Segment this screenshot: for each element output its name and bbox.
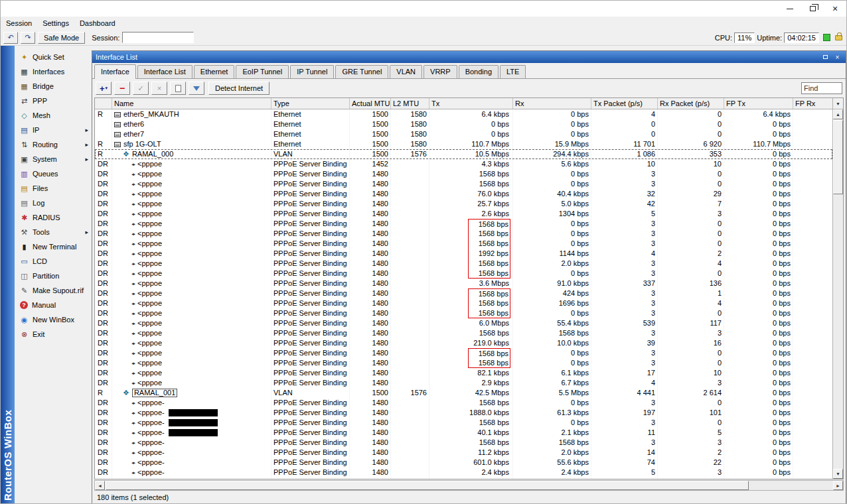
table-row[interactable]: DR◂▸<pppoe-PPPoE Server Binding14801568 … (95, 398, 832, 408)
menu-session[interactable]: Session (6, 19, 32, 27)
sidebar-item-queues[interactable]: ▥Queues (15, 166, 92, 181)
sidebar-item-new-winbox[interactable]: ◉New WinBox (15, 312, 92, 327)
table-row[interactable]: DR◂▸<pppoe-PPPoE Server Binding14801568 … (95, 418, 832, 428)
horizontal-scroll-thumb[interactable] (106, 481, 749, 490)
table-row[interactable]: DR◂▸<pppoePPPoE Server Binding14801568 b… (95, 308, 832, 318)
table-row[interactable]: Rether5_MKAUTHEthernet150015806.4 kbps0 … (95, 109, 832, 119)
tab-ip-tunnel[interactable]: IP Tunnel (290, 65, 334, 78)
table-row[interactable]: Rsfp 1G-OLTEthernet15001580110.7 Mbps15.… (95, 139, 832, 149)
column-header-fp-tx[interactable]: FP Tx (724, 98, 793, 109)
horizontal-scrollbar[interactable]: ◄ ► (94, 480, 844, 491)
sidebar-item-bridge[interactable]: ▦Bridge (15, 79, 92, 94)
tab-interface[interactable]: Interface (94, 64, 136, 79)
table-row[interactable]: DR◂▸<pppoePPPoE Server Binding14801568 b… (95, 229, 832, 239)
tab-vrrp[interactable]: VRRP (424, 65, 457, 78)
tab-ethernet[interactable]: Ethernet (194, 65, 235, 78)
scroll-right-button[interactable]: ► (833, 481, 843, 490)
column-header-tx[interactable]: Tx (429, 98, 513, 109)
table-row[interactable]: DR◂▸<pppoePPPoE Server Binding14802.9 kb… (95, 378, 832, 388)
table-row[interactable]: DR◂▸<pppoePPPoE Server Binding14524.3 kb… (95, 159, 832, 169)
column-header-actual-mtu[interactable]: Actual MTU (350, 98, 391, 109)
column-header-name[interactable]: Name (112, 98, 271, 109)
sidebar-item-interfaces[interactable]: ▦Interfaces (15, 64, 92, 79)
redo-button[interactable]: ↷ (21, 32, 35, 44)
table-row[interactable]: DR◂▸<pppoePPPoE Server Binding14801568 b… (95, 348, 832, 358)
menu-dashboard[interactable]: Dashboard (80, 19, 116, 27)
table-row[interactable]: DR◂▸<pppoe-PPPoE Server Binding14802.4 k… (95, 468, 832, 477)
table-row[interactable]: R❖RAMAL_001VLAN1500157642.5 Mbps5.5 Mbps… (95, 388, 832, 398)
table-row[interactable]: DR◂▸<pppoePPPoE Server Binding14806.0 Mb… (95, 318, 832, 328)
minimize-button[interactable] (779, 1, 801, 17)
table-row[interactable]: DR◂▸<pppoePPPoE Server Binding14802.6 kb… (95, 209, 832, 219)
table-row[interactable]: DR◂▸<pppoe-PPPoE Server Binding14801568 … (95, 477, 832, 479)
find-input[interactable] (801, 82, 842, 94)
table-row[interactable]: DR◂▸<pppoePPPoE Server Binding14801568 b… (95, 358, 832, 368)
filter-button[interactable] (189, 82, 204, 95)
table-row[interactable]: DR◂▸<pppoe-PPPoE Server Binding14801568 … (95, 438, 832, 448)
column-header-type[interactable]: Type (271, 98, 350, 109)
sidebar-item-ip[interactable]: ▤IP▸ (15, 123, 92, 137)
column-header-rx-packet-p-s[interactable]: Rx Packet (p/s) (658, 98, 724, 109)
close-button[interactable]: × (824, 1, 846, 17)
sidebar-item-partition[interactable]: ◫Partition (15, 269, 92, 283)
sidebar-item-make-supout-rif[interactable]: ✎Make Supout.rif (15, 283, 92, 298)
column-header-fp-rx[interactable]: FP Rx (793, 98, 832, 109)
menu-settings[interactable]: Settings (42, 19, 69, 27)
column-header-rx[interactable]: Rx (513, 98, 591, 109)
table-row[interactable]: DR◂▸<pppoePPPoE Server Binding148076.0 k… (95, 189, 832, 199)
scroll-up-button[interactable]: ▲ (833, 109, 843, 119)
scroll-down-button[interactable]: ▼ (833, 469, 843, 479)
table-row[interactable]: R❖RAMAL_000VLAN1500157610.5 Mbps294.4 kb… (95, 149, 832, 159)
vertical-scroll-thumb[interactable] (833, 120, 843, 194)
tab-lte[interactable]: LTE (500, 65, 526, 78)
sidebar-item-files[interactable]: ▤Files (15, 181, 92, 196)
add-button[interactable]: + ▾ (96, 82, 112, 95)
table-row[interactable]: DR◂▸<pppoePPPoE Server Binding14801568 b… (95, 179, 832, 189)
tab-vlan[interactable]: VLAN (390, 65, 422, 78)
sidebar-item-lcd[interactable]: ▭LCD (15, 254, 92, 269)
titlebar-drag-area[interactable] (1, 1, 779, 17)
session-input[interactable] (122, 32, 194, 43)
scroll-left-button[interactable]: ◄ (95, 481, 105, 490)
sidebar-item-radius[interactable]: ✱RADIUS (15, 210, 92, 225)
window-close-button[interactable]: × (832, 53, 842, 62)
table-row[interactable]: DR◂▸<pppoePPPoE Server Binding14801568 b… (95, 169, 832, 179)
table-row[interactable]: DR◂▸<pppoePPPoE Server Binding14801568 b… (95, 219, 832, 229)
undo-button[interactable]: ↶ (3, 32, 18, 44)
table-row[interactable]: DR◂▸<pppoePPPoE Server Binding148082.1 k… (95, 368, 832, 378)
table-row[interactable]: DR◂▸<pppoe-PPPoE Server Binding148040.1 … (95, 428, 832, 438)
sidebar-item-new-terminal[interactable]: ▮New Terminal (15, 239, 92, 254)
column-header-flags[interactable] (95, 98, 112, 109)
sidebar-item-log[interactable]: ▤Log (15, 196, 92, 210)
remove-button[interactable]: − (114, 82, 130, 95)
disable-button[interactable]: × (151, 82, 167, 95)
table-row[interactable]: DR◂▸<pppoePPPoE Server Binding14803.6 Mb… (95, 279, 832, 288)
vertical-scrollbar[interactable]: ▼ ▲ ▼ (832, 98, 843, 479)
detect-internet-button[interactable]: Detect Internet (208, 82, 270, 95)
sidebar-item-system[interactable]: ▣System▸ (15, 152, 92, 166)
comment-button[interactable] (170, 82, 186, 95)
tab-eoip-tunnel[interactable]: EoIP Tunnel (236, 65, 289, 78)
sidebar-item-routing[interactable]: ⇅Routing▸ (15, 137, 92, 152)
tab-interface-list[interactable]: Interface List (137, 65, 193, 78)
sidebar-item-manual[interactable]: ?Manual (15, 298, 92, 312)
tab-gre-tunnel[interactable]: GRE Tunnel (335, 65, 388, 78)
sidebar-item-tools[interactable]: ⚒Tools▸ (15, 225, 92, 239)
maximize-button[interactable] (801, 1, 824, 17)
table-row[interactable]: DR◂▸<pppoePPPoE Server Binding14801568 b… (95, 298, 832, 308)
sidebar-item-exit[interactable]: ⊗Exit (15, 327, 92, 342)
window-restore-button[interactable] (820, 53, 830, 62)
table-row[interactable]: DR◂▸<pppoePPPoE Server Binding14801568 b… (95, 288, 832, 298)
tab-bonding[interactable]: Bonding (459, 65, 499, 78)
vertical-scroll-track[interactable] (833, 194, 843, 469)
table-row[interactable]: ether7Ethernet150015800 bps0 bps000 bps (95, 129, 832, 139)
table-row[interactable]: DR◂▸<pppoePPPoE Server Binding14801568 b… (95, 259, 832, 269)
table-row[interactable]: ether6Ethernet150015800 bps0 bps000 bps (95, 119, 832, 129)
column-header-tx-packet-p-s[interactable]: Tx Packet (p/s) (591, 98, 658, 109)
column-header-l2-mtu[interactable]: L2 MTU (391, 98, 429, 109)
interface-list-titlebar[interactable]: Interface List × (92, 51, 846, 63)
table-row[interactable]: DR◂▸<pppoePPPoE Server Binding14801568 b… (95, 328, 832, 338)
table-row[interactable]: DR◂▸<pppoePPPoE Server Binding14801568 b… (95, 239, 832, 249)
enable-button[interactable]: ✓ (133, 82, 149, 95)
sidebar-item-ppp[interactable]: ⇄PPP (15, 94, 92, 108)
